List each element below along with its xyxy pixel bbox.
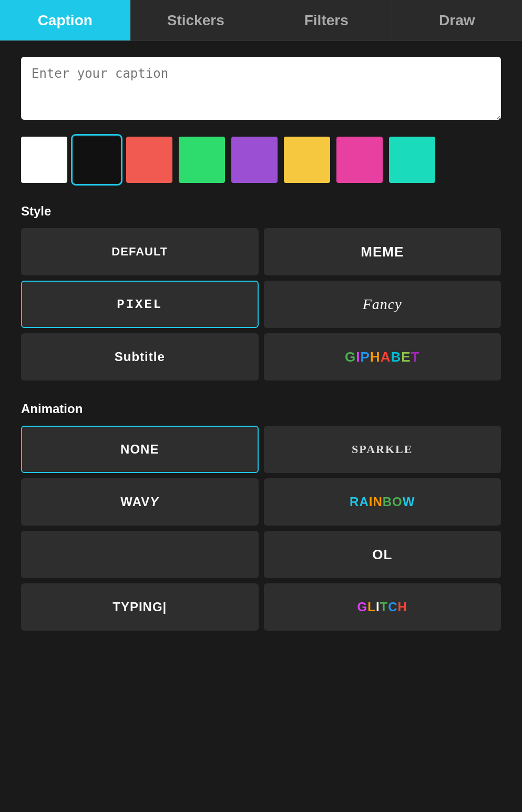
animation-none[interactable]: NONE <box>21 426 259 473</box>
tab-caption[interactable]: Caption <box>0 0 131 40</box>
color-purple[interactable] <box>231 137 278 183</box>
tab-bar: Caption Stickers Filters Draw <box>0 0 522 41</box>
style-pixel[interactable]: PIXEL <box>21 281 259 328</box>
main-content: Style DEFAULT MEME PIXEL Fancy Subtitle … <box>0 41 522 667</box>
tab-draw[interactable]: Draw <box>392 0 523 40</box>
style-subtitle[interactable]: Subtitle <box>21 333 259 381</box>
animation-rainbow[interactable]: RAINBOW <box>264 478 501 526</box>
caption-input[interactable] <box>21 57 501 120</box>
color-red[interactable] <box>126 137 172 183</box>
style-grid: DEFAULT MEME PIXEL Fancy Subtitle GIPHAB… <box>21 228 501 381</box>
style-fancy[interactable]: Fancy <box>264 281 501 328</box>
style-default[interactable]: DEFAULT <box>21 228 259 275</box>
style-meme[interactable]: MEME <box>264 228 501 275</box>
color-white[interactable] <box>21 137 67 183</box>
animation-ol-label[interactable]: OL <box>264 531 501 578</box>
style-section-label: Style <box>21 204 501 219</box>
color-swatch-row <box>21 137 501 183</box>
color-black[interactable] <box>74 137 120 183</box>
color-cyan[interactable] <box>389 137 435 183</box>
animation-typing[interactable]: TYPING| <box>21 583 259 631</box>
animation-glitch[interactable]: GLITCH <box>264 583 501 631</box>
animation-grid: NONE SPARKLE WAVy RAINBOW OL TYPING| GLI… <box>21 426 501 631</box>
animation-wavy[interactable]: WAVy <box>21 478 259 526</box>
tab-stickers[interactable]: Stickers <box>131 0 262 40</box>
animation-section-label: Animation <box>21 402 501 416</box>
animation-ol[interactable] <box>21 531 259 578</box>
color-yellow[interactable] <box>284 137 330 183</box>
color-pink[interactable] <box>336 137 383 183</box>
animation-sparkle[interactable]: SPARKLE <box>264 426 501 473</box>
style-giphabet[interactable]: GIPHABET <box>264 333 501 381</box>
color-green[interactable] <box>179 137 225 183</box>
tab-filters[interactable]: Filters <box>261 0 392 40</box>
